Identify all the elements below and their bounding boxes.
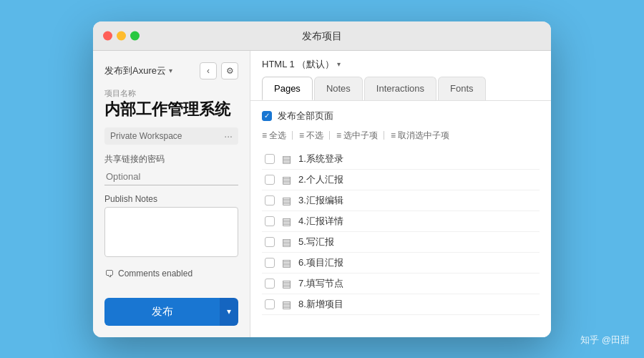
right-content: ✓ 发布全部页面 ≡ 全选 ≡ 不选 ≡ 选中子项 (250, 101, 551, 337)
page-list: ▤ 1.系统登录 ▤ 2.个人汇报 ▤ 3.汇报编辑 ▤ 4.汇报详情 ▤ 5.… (262, 149, 540, 315)
publish-to-row: 发布到Axure云 ▾ ‹ ⚙ (104, 62, 238, 79)
dropdown-icon: ▾ (227, 306, 231, 316)
maximize-button[interactable] (130, 31, 140, 40)
action-row: ≡ 全选 ≡ 不选 ≡ 选中子项 ≡ 取消选中子项 (262, 130, 540, 142)
page-checkbox-7[interactable] (265, 299, 275, 309)
tab-interactions[interactable]: Interactions (364, 77, 436, 100)
page-icon: ▤ (282, 236, 291, 248)
gear-icon: ⚙ (226, 66, 234, 76)
page-item: ▤ 4.汇报详情 (262, 211, 540, 232)
left-panel: 发布到Axure云 ▾ ‹ ⚙ 项目名称 内部工作管理系统 Private Wo… (93, 51, 250, 337)
chevron-down-icon: ▾ (169, 67, 172, 74)
tab-notes[interactable]: Notes (314, 77, 363, 100)
deselect-action[interactable]: ≡ 不选 (288, 130, 323, 142)
publish-notes-label: Publish Notes (104, 194, 238, 204)
password-label: 共享链接的密码 (104, 153, 238, 165)
titlebar: 发布项目 (93, 21, 551, 51)
settings-icon-btn[interactable]: ⚙ (221, 62, 238, 79)
publish-dropdown-button[interactable]: ▾ (220, 298, 238, 326)
select-children-action[interactable]: ≡ 选中子项 (325, 130, 378, 142)
deselect-children-label: 取消选中子项 (398, 130, 449, 142)
page-icon: ▤ (282, 278, 291, 289)
project-label: 项目名称 (104, 88, 238, 99)
select-all-label: 全选 (269, 130, 286, 142)
publish-to-label: 发布到Axure云 (104, 64, 166, 77)
page-item: ▤ 6.项目汇报 (262, 253, 540, 274)
page-name: 1.系统登录 (298, 153, 343, 165)
select-children-label: 选中子项 (343, 130, 378, 142)
deselect-label: 不选 (306, 130, 323, 142)
tabs: Pages Notes Interactions Fonts (262, 77, 540, 100)
page-item: ▤ 8.新增项目 (262, 294, 540, 315)
page-name: 2.个人汇报 (298, 173, 343, 186)
html-label: HTML 1 （默认） (262, 58, 334, 71)
publish-to-select[interactable]: 发布到Axure云 ▾ (104, 64, 172, 77)
html-chevron-icon: ▾ (337, 60, 341, 68)
page-item: ▤ 2.个人汇报 (262, 170, 540, 190)
page-checkbox-4[interactable] (265, 237, 275, 247)
html-select-row: HTML 1 （默认） ▾ (262, 58, 540, 71)
right-panel: HTML 1 （默认） ▾ Pages Notes Interactions (250, 51, 551, 337)
publish-all-label: 发布全部页面 (278, 110, 333, 122)
comment-icon: 🗨 (104, 268, 114, 279)
page-name: 5.写汇报 (298, 236, 334, 248)
select-all-action[interactable]: ≡ 全选 (262, 130, 286, 142)
page-item: ▤ 7.填写节点 (262, 274, 540, 294)
html-select[interactable]: HTML 1 （默认） ▾ (262, 58, 341, 71)
workspace-menu-icon[interactable]: ··· (224, 130, 233, 142)
page-name: 3.汇报编辑 (298, 194, 343, 207)
password-input[interactable] (104, 168, 238, 185)
deselect-children-icon: ≡ (391, 130, 396, 140)
publish-icons: ‹ ⚙ (200, 62, 238, 79)
page-name: 7.填写节点 (298, 277, 343, 290)
tab-pages[interactable]: Pages (262, 77, 313, 100)
back-icon-btn[interactable]: ‹ (200, 62, 217, 79)
minimize-button[interactable] (117, 31, 126, 40)
publish-btn-row: 发布 ▾ (104, 298, 238, 326)
tab-fonts[interactable]: Fonts (438, 77, 486, 100)
page-checkbox-2[interactable] (265, 195, 275, 205)
page-checkbox-1[interactable] (265, 175, 275, 185)
page-item: ▤ 1.系统登录 (262, 149, 540, 170)
workspace-row: Private Workspace ··· (104, 127, 238, 145)
publish-notes-section: Publish Notes (104, 194, 238, 260)
comments-row: 🗨 Comments enabled (104, 268, 238, 279)
page-name: 6.项目汇报 (298, 256, 343, 269)
comments-label: Comments enabled (118, 268, 192, 279)
workspace-label: Private Workspace (110, 131, 182, 141)
page-checkbox-3[interactable] (265, 216, 275, 226)
back-icon: ‹ (207, 66, 210, 76)
page-icon: ▤ (282, 216, 291, 227)
deselect-icon: ≡ (299, 130, 304, 140)
right-header: HTML 1 （默认） ▾ Pages Notes Interactions (250, 51, 551, 101)
page-icon: ▤ (282, 174, 291, 185)
publish-notes-textarea[interactable] (104, 207, 238, 257)
dialog-title: 发布项目 (302, 30, 342, 43)
page-icon: ▤ (282, 195, 291, 206)
dialog-body: 发布到Axure云 ▾ ‹ ⚙ 项目名称 内部工作管理系统 Private Wo… (93, 51, 551, 337)
publish-dialog: 发布项目 发布到Axure云 ▾ ‹ ⚙ 项目名称 (93, 21, 551, 337)
page-name: 8.新增项目 (298, 298, 343, 311)
publish-all-row: ✓ 发布全部页面 (262, 110, 540, 122)
page-item: ▤ 5.写汇报 (262, 232, 540, 253)
deselect-children-action[interactable]: ≡ 取消选中子项 (379, 130, 449, 142)
page-item: ▤ 3.汇报编辑 (262, 190, 540, 211)
publish-button[interactable]: 发布 (104, 298, 220, 326)
watermark: 知乎 @田甜 (580, 334, 630, 347)
select-children-icon: ≡ (336, 130, 341, 140)
password-section: 共享链接的密码 (104, 153, 238, 185)
page-icon: ▤ (282, 153, 291, 165)
page-checkbox-5[interactable] (265, 258, 275, 268)
page-name: 4.汇报详情 (298, 215, 343, 228)
project-name: 内部工作管理系统 (104, 100, 238, 119)
close-button[interactable] (103, 31, 112, 40)
traffic-lights (103, 31, 140, 40)
page-icon: ▤ (282, 257, 291, 268)
publish-all-checkbox[interactable]: ✓ (262, 111, 272, 121)
page-icon: ▤ (282, 299, 291, 310)
page-checkbox-0[interactable] (265, 154, 275, 164)
project-info: 项目名称 内部工作管理系统 (104, 88, 238, 119)
page-checkbox-6[interactable] (265, 279, 275, 289)
select-all-icon: ≡ (262, 130, 267, 140)
